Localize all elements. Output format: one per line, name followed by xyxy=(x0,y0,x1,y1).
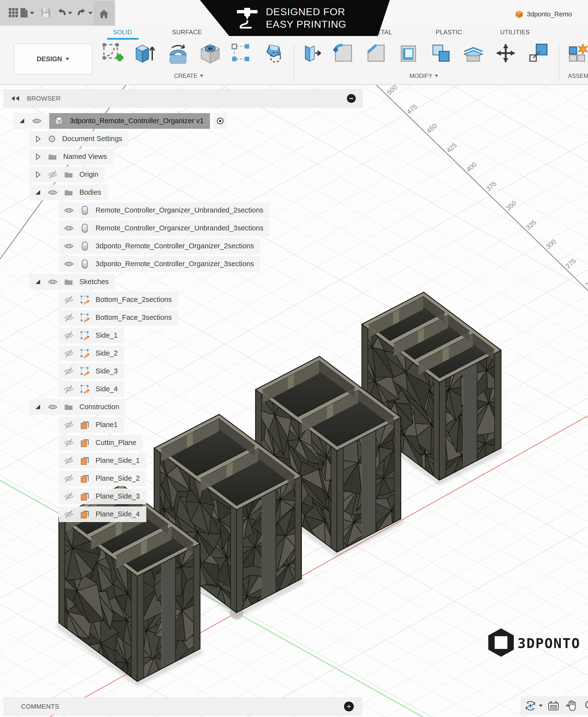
extrude-button[interactable] xyxy=(134,42,156,64)
shell-button[interactable] xyxy=(398,42,419,64)
eye-hidden-icon[interactable] xyxy=(64,384,74,394)
orbit-icon[interactable] xyxy=(524,699,537,712)
pattern-button[interactable] xyxy=(230,42,252,64)
create-sketch-button[interactable] xyxy=(102,42,123,64)
modify-group-label[interactable]: MODIFY xyxy=(410,72,438,80)
eye-visible-icon[interactable] xyxy=(47,277,58,287)
redo-caret-icon[interactable] xyxy=(88,12,92,15)
home-tab[interactable] xyxy=(94,1,114,26)
plane-icon xyxy=(80,509,90,519)
pan-icon[interactable] xyxy=(566,699,579,712)
create-form-button[interactable] xyxy=(264,42,285,64)
create-group-label[interactable]: CREATE xyxy=(174,72,203,80)
scale-button[interactable] xyxy=(527,42,549,64)
tree-row-side-3[interactable]: Side_3 xyxy=(4,362,363,380)
document-tab[interactable]: 3dponto_Remo xyxy=(514,9,572,20)
tree-row-plane-side-3[interactable]: Plane_Side_3 xyxy=(4,487,363,505)
eye-visible-icon[interactable] xyxy=(64,241,74,251)
revolve-button[interactable] xyxy=(167,42,189,64)
save-icon[interactable] xyxy=(40,6,51,19)
tree-row-construction[interactable]: Construction xyxy=(4,398,363,416)
eye-visible-icon[interactable] xyxy=(64,205,74,216)
eye-hidden-icon[interactable] xyxy=(64,491,74,501)
eye-visible-icon[interactable] xyxy=(64,259,74,269)
tree-row-label: Cuttin_Plane xyxy=(96,439,136,447)
eye-hidden-icon[interactable] xyxy=(64,295,74,305)
combine-button[interactable] xyxy=(430,42,452,64)
tree-row-3dponto-remote-controller-organizer-2sec[interactable]: 3dponto_Remote_Controller_Organizer_2sec… xyxy=(4,237,363,255)
tree-row-remote-controller-organizer-unbranded-3s[interactable]: Remote_Controller_Organizer_Unbranded_3s… xyxy=(4,219,363,237)
design-workspace-label: DESIGN xyxy=(37,55,62,63)
add-comment-button[interactable]: + xyxy=(344,701,354,711)
folder-icon xyxy=(64,188,74,197)
document-title: 3dponto_Remo xyxy=(527,10,572,18)
eye-hidden-icon[interactable] xyxy=(64,348,74,358)
sketch-icon xyxy=(80,366,90,376)
eye-visible-icon[interactable] xyxy=(31,116,42,126)
tree-row-plane1[interactable]: Plane1 xyxy=(4,416,363,434)
redo-icon[interactable] xyxy=(76,6,87,19)
eye-hidden-icon[interactable] xyxy=(64,366,74,376)
file-icon[interactable] xyxy=(18,6,29,19)
undo-caret-icon[interactable] xyxy=(68,12,72,15)
tree-row-plane-side-4[interactable]: Plane_Side_4 xyxy=(4,505,363,523)
comments-bar[interactable]: COMMENTS + xyxy=(4,698,362,715)
fillet-button[interactable] xyxy=(333,42,354,64)
hole-button[interactable] xyxy=(200,42,221,64)
undo-icon[interactable] xyxy=(56,6,67,19)
tree-row-bodies[interactable]: Bodies xyxy=(4,183,363,201)
tree-row-side-2[interactable]: Side_2 xyxy=(4,344,363,362)
file-caret-icon[interactable] xyxy=(30,12,34,15)
move-copy-button[interactable] xyxy=(495,42,517,64)
orbit-caret-icon[interactable] xyxy=(539,704,543,707)
eye-visible-icon[interactable] xyxy=(64,223,74,233)
folder-icon xyxy=(64,277,74,287)
split-body-button[interactable] xyxy=(463,42,484,64)
tree-row-3dponto-remote-controller-organizer-3sec[interactable]: 3dponto_Remote_Controller_Organizer_3sec… xyxy=(4,255,363,273)
tree-row-origin[interactable]: Origin xyxy=(4,166,363,183)
tree-row-3dponto-remote-controller-organizer-v1[interactable]: 3dponto_Remote_Controller_Organizer v1 xyxy=(4,112,363,130)
tree-row-side-1[interactable]: Side_1 xyxy=(4,326,363,344)
app-grid-icon[interactable] xyxy=(8,6,19,19)
tree-row-plane-side-1[interactable]: Plane_Side_1 xyxy=(4,452,363,470)
look-at-icon[interactable] xyxy=(547,699,560,712)
design-workspace-button[interactable]: DESIGN xyxy=(14,43,92,75)
tree-row-label: Remote_Controller_Organizer_Unbranded_2s… xyxy=(96,206,264,214)
zoom-icon[interactable] xyxy=(584,699,588,712)
tree-row-remote-controller-organizer-unbranded-2s[interactable]: Remote_Controller_Organizer_Unbranded_2s… xyxy=(4,201,363,219)
tree-row-bottom-face-3sections[interactable]: Bottom_Face_3sections xyxy=(4,308,363,326)
eye-hidden-icon[interactable] xyxy=(64,455,74,466)
plane-icon xyxy=(80,456,90,465)
press-pull-button[interactable] xyxy=(301,42,322,64)
new-component-button[interactable] xyxy=(567,42,588,64)
eye-hidden-icon[interactable] xyxy=(64,509,74,519)
tab-solid[interactable]: SOLID xyxy=(113,28,132,37)
chamfer-button[interactable] xyxy=(365,42,387,64)
assemble-group-label[interactable]: ASSEMBLE xyxy=(568,72,588,80)
tree-row-sketches[interactable]: Sketches xyxy=(4,273,363,291)
eye-hidden-icon[interactable] xyxy=(64,473,74,484)
eye-hidden-icon[interactable] xyxy=(64,420,74,430)
tab-plastic[interactable]: PLASTIC xyxy=(436,28,462,37)
activate-component-radio[interactable] xyxy=(213,113,227,129)
minimize-browser-button[interactable]: − xyxy=(347,94,356,103)
eye-hidden-icon[interactable] xyxy=(64,438,74,448)
tab-utilities[interactable]: UTILITIES xyxy=(500,28,530,37)
body-icon xyxy=(80,241,90,251)
tree-row-named-views[interactable]: Named Views xyxy=(4,148,363,166)
browser-header[interactable]: BROWSER − xyxy=(4,89,362,108)
tree-row-document-settings[interactable]: ⚙Document Settings xyxy=(4,130,363,148)
tree-row-bottom-face-2sections[interactable]: Bottom_Face_2sections xyxy=(4,291,363,308)
tree-row-cuttin-plane[interactable]: Cuttin_Plane xyxy=(4,434,363,452)
tree-row-plane-side-2[interactable]: Plane_Side_2 xyxy=(4,470,363,487)
eye-hidden-icon[interactable] xyxy=(64,312,74,323)
folder-icon xyxy=(64,402,74,412)
collapse-panel-icon[interactable] xyxy=(11,95,21,101)
eye-hidden-icon[interactable] xyxy=(47,170,58,180)
tree-row-side-4[interactable]: Side_4 xyxy=(4,380,363,398)
comments-label: COMMENTS xyxy=(21,703,59,710)
eye-hidden-icon[interactable] xyxy=(64,330,74,341)
tab-surface[interactable]: SURFACE xyxy=(172,28,202,37)
eye-visible-icon[interactable] xyxy=(47,402,58,412)
eye-visible-icon[interactable] xyxy=(47,187,58,198)
